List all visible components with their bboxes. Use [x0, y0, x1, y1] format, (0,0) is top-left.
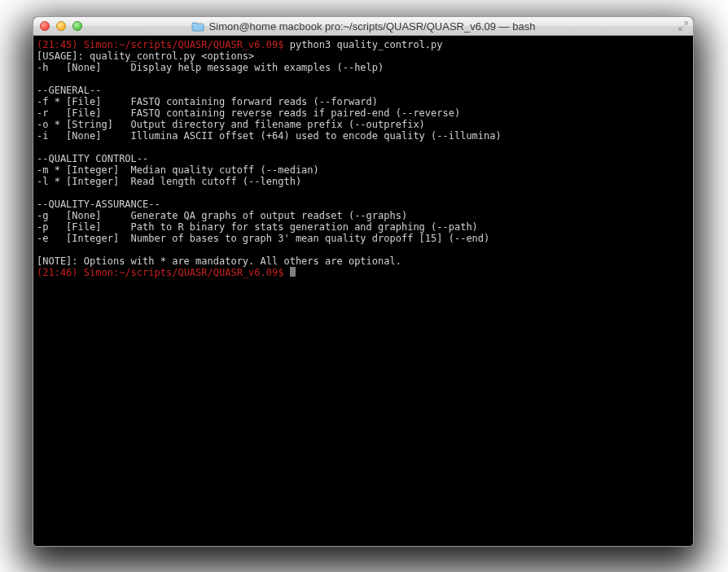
- blank: [37, 73, 690, 85]
- window-title: Simon@home macbook pro:~/scripts/QUASR/Q…: [209, 20, 536, 33]
- opt-i: -i [None] Illumina ASCII offset (+64) us…: [37, 130, 690, 142]
- opt-f: -f * [File] FASTQ containing forward rea…: [37, 96, 690, 107]
- opt-e: -e [Integer] Number of bases to graph 3'…: [37, 233, 690, 244]
- opt-h: -h [None] Display help message with exam…: [37, 62, 690, 73]
- section-qc: --QUALITY CONTROL--: [37, 153, 690, 164]
- terminal-body[interactable]: (21:45) Simon:~/scripts/QUASR/QUASR_v6.0…: [33, 36, 693, 546]
- opt-g: -g [None] Generate QA graphs of output r…: [37, 210, 690, 221]
- terminal-window: Simon@home macbook pro:~/scripts/QUASR/Q…: [33, 16, 694, 547]
- prompt-path: Simon:~/scripts/QUASR/QUASR_v6.09: [84, 39, 278, 50]
- minimize-button[interactable]: [56, 21, 66, 31]
- blank: [37, 244, 690, 255]
- opt-p: -p [File] Path to R binary for stats gen…: [37, 221, 690, 233]
- prompt-path: Simon:~/scripts/QUASR/QUASR_v6.09: [84, 267, 278, 278]
- note-line: [NOTE]: Options with * are mandatory. Al…: [37, 255, 690, 267]
- fullscreen-icon[interactable]: [678, 20, 689, 32]
- section-qa: --QUALITY-ASSURANCE--: [37, 199, 690, 210]
- prompt-dollar: $: [278, 267, 283, 278]
- close-button[interactable]: [40, 21, 50, 31]
- opt-r: -r [File] FASTQ containing reverse reads…: [37, 107, 690, 119]
- prompt-line-1: (21:45) Simon:~/scripts/QUASR/QUASR_v6.0…: [37, 39, 690, 50]
- prompt-time: (21:46): [37, 267, 78, 278]
- prompt-line-2: (21:46) Simon:~/scripts/QUASR/QUASR_v6.0…: [37, 267, 690, 278]
- blank: [37, 142, 690, 153]
- cursor: [290, 267, 296, 277]
- section-general: --GENERAL--: [37, 85, 690, 96]
- zoom-button[interactable]: [72, 21, 82, 31]
- opt-o: -o * [String] Output directory and filen…: [37, 119, 690, 130]
- titlebar: Simon@home macbook pro:~/scripts/QUASR/Q…: [33, 17, 693, 36]
- usage-line: [USAGE]: quality_control.py <options>: [37, 50, 690, 62]
- traffic-lights: [33, 21, 82, 31]
- blank: [37, 187, 690, 199]
- folder-icon: [191, 21, 204, 32]
- command-text: python3 quality_control.py: [283, 39, 442, 50]
- opt-m: -m * [Integer] Median quality cutoff (--…: [37, 164, 690, 176]
- opt-l: -l * [Integer] Read length cutoff (--len…: [37, 176, 690, 187]
- prompt-time: (21:45): [37, 39, 78, 50]
